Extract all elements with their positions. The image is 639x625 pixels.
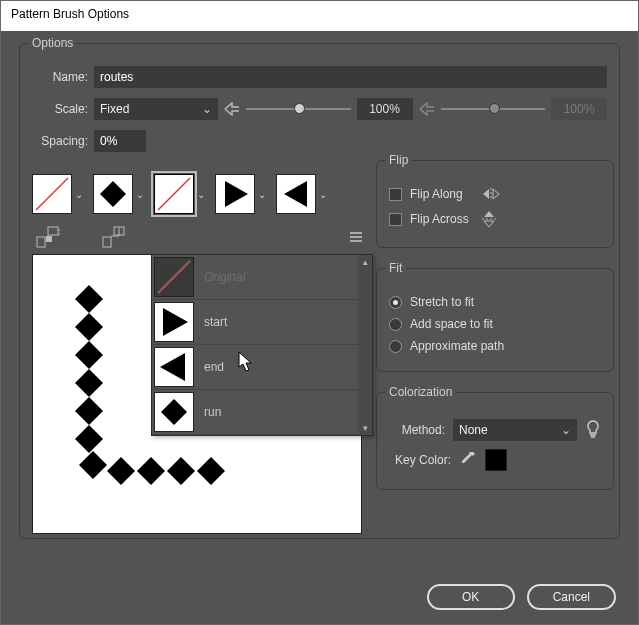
svg-marker-18 <box>137 457 165 485</box>
scale-value-2: 100% <box>551 98 607 120</box>
dd-item-original[interactable]: Original <box>152 255 372 300</box>
dd-thumb-run <box>154 392 194 432</box>
list-view-icon[interactable] <box>350 232 362 242</box>
left-column: Original start <box>32 162 362 534</box>
dd-item-run[interactable]: run <box>152 390 372 435</box>
spacing-input[interactable] <box>94 130 146 152</box>
method-select[interactable]: None <box>453 419 577 441</box>
window-title: Pattern Brush Options <box>11 7 129 21</box>
scale-slider-1[interactable] <box>246 108 351 110</box>
ok-button[interactable]: OK <box>427 584 515 610</box>
fit-approx-radio[interactable] <box>389 340 402 353</box>
preview-area: Original start <box>32 254 362 534</box>
scale-slider-area: 100% 100% <box>224 98 607 120</box>
tile-inner-corner-dropdown[interactable] <box>194 174 208 214</box>
fit-add-space-label: Add space to fit <box>410 317 493 331</box>
flip-across-row[interactable]: Flip Across <box>389 205 601 233</box>
dd-thumb-start <box>154 302 194 342</box>
svg-marker-22 <box>163 308 188 336</box>
flip-along-row[interactable]: Flip Along <box>389 183 601 205</box>
flip-along-checkbox[interactable] <box>389 188 402 201</box>
method-label: Method: <box>389 423 445 437</box>
tile-side-dropdown[interactable] <box>133 174 147 214</box>
corner-auto-between-icon[interactable] <box>102 226 126 248</box>
scale-link-icon-1[interactable] <box>224 102 240 116</box>
svg-line-0 <box>36 178 68 210</box>
dd-item-start[interactable]: start <box>152 300 372 345</box>
fit-approx-row[interactable]: Approximate path <box>389 335 601 357</box>
name-label: Name: <box>32 70 88 84</box>
corner-generation-row <box>32 222 362 254</box>
svg-marker-11 <box>75 313 103 341</box>
fit-approx-label: Approximate path <box>410 339 504 353</box>
scale-link-icon-2 <box>419 102 435 116</box>
dd-scrollbar[interactable]: ▴▾ <box>358 255 372 435</box>
right-column: Flip Flip Along Flip Across <box>376 162 614 500</box>
svg-marker-10 <box>75 285 103 313</box>
tile-dropdown-panel: Original start <box>151 254 373 436</box>
group-colorization-title: Colorization <box>385 385 456 399</box>
dd-thumb-end <box>154 347 194 387</box>
group-colorization: Colorization Method: None Key Color: <box>376 392 614 490</box>
fit-add-space-row[interactable]: Add space to fit <box>389 313 601 335</box>
tile-start-dropdown[interactable] <box>255 174 269 214</box>
dd-thumb-original <box>154 257 194 297</box>
tile-outer-corner[interactable] <box>32 174 72 214</box>
svg-marker-15 <box>75 425 103 453</box>
tile-end-dropdown[interactable] <box>316 174 330 214</box>
dd-item-end[interactable]: end <box>152 345 372 390</box>
tile-end[interactable] <box>276 174 316 214</box>
group-flip: Flip Flip Along Flip Across <box>376 160 614 248</box>
key-color-row: Key Color: <box>389 445 601 475</box>
colorization-tips-icon[interactable] <box>585 420 601 441</box>
group-options: Options Name: Scale: Fixed 100% <box>19 43 620 539</box>
tile-outer-corner-dropdown[interactable] <box>72 174 86 214</box>
flip-across-checkbox[interactable] <box>389 213 402 226</box>
columns: Original start <box>32 162 607 534</box>
svg-marker-16 <box>79 451 107 479</box>
fit-stretch-row[interactable]: Stretch to fit <box>389 291 601 313</box>
flip-along-label: Flip Along <box>410 187 463 201</box>
dd-label-run: run <box>204 405 221 419</box>
tile-inner-corner[interactable] <box>154 174 194 214</box>
svg-marker-20 <box>197 457 225 485</box>
flip-along-icon <box>481 187 501 201</box>
scale-value-1[interactable]: 100% <box>357 98 413 120</box>
fit-add-space-radio[interactable] <box>389 318 402 331</box>
svg-marker-30 <box>484 221 494 227</box>
dd-label-end: end <box>204 360 224 374</box>
dialog-pattern-brush-options: Pattern Brush Options Options Name: Scal… <box>0 0 639 625</box>
fit-stretch-label: Stretch to fit <box>410 295 474 309</box>
svg-marker-4 <box>284 181 307 207</box>
svg-marker-14 <box>75 397 103 425</box>
cancel-button[interactable]: Cancel <box>527 584 616 610</box>
scale-mode-select[interactable]: Fixed <box>94 98 218 120</box>
scale-mode-value: Fixed <box>100 102 129 116</box>
svg-rect-5 <box>48 227 58 235</box>
svg-marker-25 <box>483 189 489 199</box>
tile-side[interactable] <box>93 174 133 214</box>
svg-marker-27 <box>493 189 499 199</box>
scale-label: Scale: <box>32 102 88 116</box>
row-name: Name: <box>32 66 607 88</box>
corner-auto-center-icon[interactable] <box>36 226 60 248</box>
group-options-title: Options <box>28 36 77 50</box>
svg-line-21 <box>158 261 190 293</box>
eyedropper-icon[interactable] <box>459 450 477 471</box>
svg-marker-28 <box>484 211 494 217</box>
group-fit-title: Fit <box>385 261 406 275</box>
titlebar[interactable]: Pattern Brush Options <box>1 1 638 31</box>
key-color-swatch[interactable] <box>485 449 507 471</box>
fit-stretch-radio[interactable] <box>389 296 402 309</box>
tile-start[interactable] <box>215 174 255 214</box>
flip-across-icon <box>481 209 497 229</box>
name-input[interactable] <box>94 66 607 88</box>
dd-label-original: Original <box>204 270 245 284</box>
spacing-label: Spacing: <box>32 134 88 148</box>
svg-marker-13 <box>75 369 103 397</box>
svg-marker-1 <box>100 181 126 207</box>
key-color-label: Key Color: <box>389 453 451 467</box>
svg-rect-9 <box>103 237 111 247</box>
scale-slider-2 <box>441 108 546 110</box>
svg-marker-19 <box>167 457 195 485</box>
